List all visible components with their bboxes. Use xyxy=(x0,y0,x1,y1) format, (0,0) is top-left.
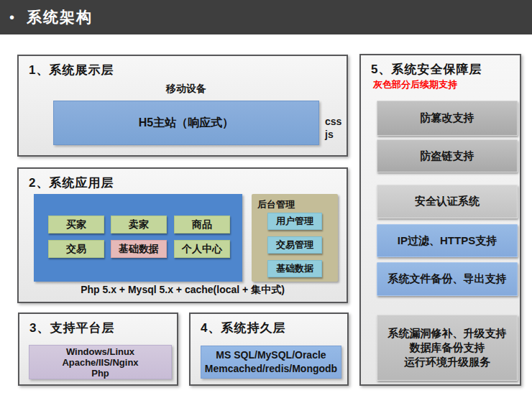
bundle-line-upgrade: 运行环境升级服务 xyxy=(404,355,490,369)
platform-stack-box: Windows/Linux Apache/IIS/Nginx Php xyxy=(29,345,172,379)
security-item-anti-leech: 防盗链支持 xyxy=(377,139,518,172)
module-user-center: 个人中心 xyxy=(174,240,230,258)
module-base-data: 基础数据 xyxy=(111,240,167,258)
mobile-device-label: 移动设备 xyxy=(53,83,319,96)
slide-header: • 系统架构 xyxy=(0,0,532,34)
admin-item-base-data: 基础数据 xyxy=(267,260,322,277)
admin-panel-title: 后台管理 xyxy=(257,198,295,211)
js-label: js xyxy=(325,128,341,141)
panel-application-layer: 2、系统应用层 买家 卖家 商品 交易 基础数据 个人中心 后台管理 用户管理 … xyxy=(17,167,348,303)
security-item-maintenance-bundle: 系统漏洞修补、升级支持 数据库备份支持 运行环境升级服务 xyxy=(377,315,518,381)
asset-labels: css js xyxy=(325,115,341,141)
security-phase-note: 灰色部分后续期支持 xyxy=(373,78,457,91)
css-label: css xyxy=(325,115,341,128)
platform-line-server: Apache/IIS/Nginx xyxy=(62,357,138,368)
module-buyer: 买家 xyxy=(48,216,104,233)
security-item-file-backup: 系统文件备份、导出支持 xyxy=(377,262,518,296)
bullet-icon: • xyxy=(9,10,14,24)
platform-layer-title: 3、支持平台层 xyxy=(29,320,114,336)
persistence-layer-title: 4、系统持久层 xyxy=(201,320,285,336)
module-product: 商品 xyxy=(174,216,230,233)
security-layer-title: 5、系统安全保障层 xyxy=(371,61,482,78)
panel-display-layer: 1、系统展示层 移动设备 H5主站（响应式） css js xyxy=(17,55,348,157)
frontend-modules-container: 买家 卖家 商品 交易 基础数据 个人中心 xyxy=(34,194,242,282)
persistence-line-cache: Memcached/redis/Mongodb xyxy=(205,362,337,376)
admin-panel: 后台管理 用户管理 交易管理 基础数据 xyxy=(252,194,338,282)
platform-line-lang: Php xyxy=(91,368,109,379)
bundle-line-patch: 系统漏洞修补、升级支持 xyxy=(388,326,507,341)
admin-item-user-mgmt: 用户管理 xyxy=(267,213,322,230)
panel-persistence-layer: 4、系统持久层 MS SQL/MySQL/Oracle Memcached/re… xyxy=(189,313,349,386)
panel-platform-layer: 3、支持平台层 Windows/Linux Apache/IIS/Nginx P… xyxy=(18,313,178,386)
bundle-line-dbbak: 数据库备份支持 xyxy=(410,341,485,355)
tech-stack-note: Php 5.x + Mysql 5.x + cache(local + 集中式) xyxy=(19,284,347,297)
security-item-auth-system: 安全认证系统 xyxy=(377,185,518,218)
page-title: 系统架构 xyxy=(27,7,93,27)
panel-security-layer: 5、系统安全保障层 灰色部分后续期支持 防篡改支持 防盗链支持 安全认证系统 I… xyxy=(359,54,521,386)
module-trade: 交易 xyxy=(48,240,104,258)
security-item-anti-tamper: 防篡改支持 xyxy=(377,101,518,136)
persistence-line-db: MS SQL/MySQL/Oracle xyxy=(216,348,326,362)
h5-site-label: H5主站（响应式） xyxy=(139,116,234,131)
platform-line-os: Windows/Linux xyxy=(66,346,134,357)
admin-item-trade-mgmt: 交易管理 xyxy=(267,236,322,254)
security-item-ip-https: IP过滤、HTTPS支持 xyxy=(377,224,518,257)
h5-site-box: H5主站（响应式） xyxy=(53,101,319,145)
module-seller: 卖家 xyxy=(111,216,167,233)
persistence-stack-box: MS SQL/MySQL/Oracle Memcached/redis/Mong… xyxy=(201,346,341,379)
display-layer-title: 1、系统展示层 xyxy=(29,62,114,78)
application-layer-title: 2、系统应用层 xyxy=(29,175,114,191)
